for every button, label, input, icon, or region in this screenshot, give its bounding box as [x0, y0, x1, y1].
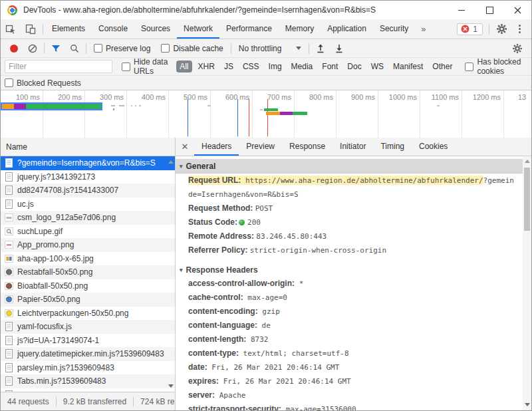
name-column-header[interactable]: Name — [1, 138, 175, 156]
request-row[interactable]: Bioabfall-50x50.png — [1, 279, 175, 293]
blocked-requests-checkbox[interactable] — [5, 78, 13, 87]
header-row: Status Code:200 — [176, 215, 531, 229]
details-tab-preview[interactable]: Preview — [239, 138, 282, 156]
details-scrollbar[interactable] — [523, 156, 531, 410]
preserve-log-checkbox[interactable] — [94, 44, 102, 53]
type-filter-js[interactable]: JS — [221, 61, 237, 72]
timeline-request-bar[interactable] — [2, 104, 101, 109]
request-row[interactable]: parsley.min.js?1539609483 — [1, 361, 175, 375]
general-section-header[interactable]: ▾ General — [176, 159, 531, 174]
disable-cache-toggle[interactable]: Disable cache — [161, 44, 223, 53]
minimize-button[interactable] — [448, 1, 475, 19]
tab-application[interactable]: Application — [321, 19, 373, 39]
type-filter-font[interactable]: Font — [319, 61, 341, 72]
tabbar-right-group: 1 — [457, 19, 531, 39]
header-name: Status Code: — [188, 217, 237, 227]
header-row: cache-control: max-age=0 — [176, 291, 531, 305]
export-har-button[interactable] — [330, 44, 348, 53]
type-filter-media[interactable]: Media — [288, 61, 317, 72]
request-row[interactable]: js?id=UA-173149074-1 — [1, 334, 175, 348]
response-headers-section-header[interactable]: ▾ Response Headers — [176, 263, 531, 277]
toolbar-separator — [43, 24, 43, 35]
tab-console[interactable]: Console — [92, 19, 134, 39]
header-value: 200 — [247, 218, 261, 227]
tab-security[interactable]: Security — [373, 19, 415, 39]
clear-button[interactable] — [23, 44, 42, 53]
tab-sources[interactable]: Sources — [134, 19, 177, 39]
details-tab-cookies[interactable]: Cookies — [412, 138, 455, 156]
scroll-down-arrow[interactable] — [525, 403, 530, 406]
scrollbar-thumb[interactable] — [524, 168, 530, 231]
request-row[interactable]: Restabfall-50x50.png — [1, 265, 175, 279]
maximize-button[interactable] — [475, 1, 503, 19]
type-filter-xhr[interactable]: XHR — [195, 61, 218, 72]
devtools-tab-bar: ElementsConsoleSourcesNetworkPerformance… — [1, 19, 531, 39]
request-row[interactable]: dd82474708.js?1541433007 — [1, 184, 175, 198]
request-row[interactable]: Tabs.min.js?1539609483 — [1, 374, 175, 388]
request-row[interactable]: suchLupe.gif — [1, 225, 175, 239]
import-har-button[interactable] — [311, 44, 330, 53]
timeline-mark — [119, 105, 124, 106]
timeline-bar-segment — [14, 104, 26, 109]
device-toolbar-button[interactable] — [21, 19, 41, 39]
type-filter-img[interactable]: Img — [265, 61, 285, 72]
request-row[interactable]: jquery.datetimepicker.min.js?1539609483 — [1, 347, 175, 361]
tab-network[interactable]: Network — [177, 19, 219, 39]
details-tab-timing[interactable]: Timing — [373, 138, 412, 156]
request-row[interactable]: Leichtverpackungen-50x50.png — [1, 307, 175, 321]
request-row[interactable]: Forms.min.js?1539609483 — [1, 388, 175, 392]
type-filter-manifest[interactable]: Manifest — [390, 61, 426, 72]
close-details-button[interactable]: ✕ — [176, 138, 194, 156]
request-row[interactable]: Papier-50x50.png — [1, 293, 175, 307]
request-row[interactable]: csm_logo_912a5e7d06.png — [1, 211, 175, 225]
search-icon — [70, 44, 79, 53]
timeline-tick-label: 700 ms — [251, 93, 291, 101]
details-tab-initiator[interactable]: Initiator — [332, 138, 373, 156]
timeline-request-bar[interactable] — [266, 112, 307, 115]
type-filter-css[interactable]: CSS — [239, 61, 263, 72]
type-filter-ws[interactable]: WS — [368, 61, 387, 72]
request-row[interactable]: yaml-focusfix.js — [1, 320, 175, 334]
timeline-request-bar[interactable] — [264, 108, 278, 111]
request-row[interactable]: App_promo.png — [1, 238, 175, 252]
inspect-cursor-icon — [5, 24, 16, 35]
error-badge[interactable]: 1 — [457, 23, 483, 35]
more-options-button[interactable] — [512, 25, 527, 33]
preserve-log-toggle[interactable]: Preserve log — [94, 44, 150, 53]
has-blocked-cookies-checkbox[interactable] — [465, 63, 473, 71]
record-button[interactable] — [10, 45, 18, 53]
requests-scrollbar[interactable] — [166, 156, 175, 392]
close-button[interactable] — [503, 1, 531, 19]
type-filter-doc[interactable]: Doc — [344, 61, 364, 72]
tab-performance[interactable]: Performance — [219, 19, 279, 39]
scroll-down-arrow[interactable] — [168, 384, 174, 388]
details-tab-response[interactable]: Response — [282, 138, 332, 156]
request-row[interactable]: ?gemeinde=Isernhagen&von=R&bis=S — [1, 156, 175, 170]
network-settings-button[interactable] — [507, 43, 527, 54]
request-row[interactable]: aha-app-100-x-65.jpg — [1, 252, 175, 266]
filter-toggle-button[interactable] — [47, 45, 65, 53]
tab-memory[interactable]: Memory — [279, 19, 321, 39]
filter-input[interactable] — [5, 60, 112, 73]
request-row[interactable]: uc.js — [1, 198, 175, 211]
timeline-tick-label: 1000 ms — [377, 93, 417, 101]
search-button[interactable] — [65, 44, 84, 53]
network-overview-timeline[interactable]: 100 ms200 ms300 ms400 ms500 ms600 ms700 … — [1, 90, 531, 140]
type-filter-all[interactable]: All — [176, 61, 192, 72]
hide-data-urls-checkbox[interactable] — [122, 63, 130, 71]
tab-elements[interactable]: Elements — [45, 19, 92, 39]
header-name: Request Method: — [188, 204, 253, 213]
details-tab-headers[interactable]: Headers — [194, 138, 239, 156]
disable-cache-checkbox[interactable] — [161, 44, 170, 53]
throttling-dropdown[interactable]: No throttling — [239, 44, 302, 53]
type-filter-other[interactable]: Other — [429, 61, 456, 72]
request-row[interactable]: jquery.js?1341392173 — [1, 170, 175, 184]
more-tabs-chevron[interactable]: » — [415, 19, 432, 39]
inspect-element-button[interactable] — [1, 19, 21, 39]
scroll-up-arrow[interactable] — [525, 160, 530, 163]
header-row: content-type: text/html; charset=utf-8 — [176, 346, 531, 360]
script-file-icon — [5, 322, 13, 331]
settings-button[interactable] — [491, 23, 512, 35]
header-value: Fri, 26 Mar 2021 20:46:14 GMT — [219, 377, 351, 386]
scroll-up-arrow[interactable] — [168, 160, 174, 164]
